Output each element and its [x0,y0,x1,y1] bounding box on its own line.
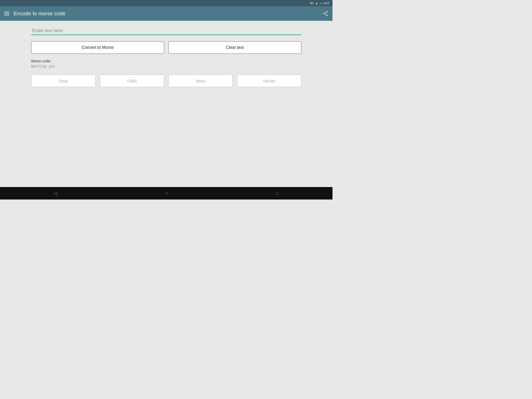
battery-icon: ▭ [320,2,322,5]
app-bar: Encode to morse code [0,6,332,21]
home-button[interactable]: ○ [159,188,175,198]
status-bar: 3G ▲ ▭ 8:12 [0,0,332,6]
status-bar-right: 3G ▲ ▭ 8:12 [310,2,329,5]
vibrate-button[interactable]: Vibrate [237,75,301,87]
network-indicator: 3G [310,2,314,5]
clear-button[interactable]: Clear text [168,41,301,54]
share-button[interactable] [323,11,328,16]
back-icon: ◁ [54,190,57,196]
morse-value: Nothing yet [31,64,301,68]
svg-point-1 [323,13,325,14]
signal-icon: ▲ [315,2,318,5]
home-icon: ○ [165,190,168,196]
share-icon [323,11,328,16]
buttons-row-2: Copy Flash Beep Vibrate [31,75,301,87]
morse-output: Morse code: Nothing yet [31,59,301,68]
svg-line-3 [325,12,327,13]
main-content: Convert to Morse Clear text Morse code: … [0,21,332,187]
recents-icon: □ [276,191,279,196]
clock: 8:12 [324,2,329,5]
svg-point-2 [326,15,328,16]
beep-button[interactable]: Beep [168,75,233,87]
copy-button[interactable]: Copy [31,75,96,87]
flash-button[interactable]: Flash [100,75,164,87]
morse-label: Morse code: [31,59,301,63]
text-input[interactable] [31,26,301,35]
svg-point-0 [326,11,328,12]
svg-line-4 [325,14,327,15]
back-button[interactable]: ◁ [48,188,64,198]
convert-button[interactable]: Convert to Morse [31,41,164,54]
nav-bar: ◁ ○ □ [0,187,332,200]
text-input-container [31,26,301,35]
app-title: Encode to morse code [14,11,318,17]
menu-button[interactable] [4,12,9,15]
recents-button[interactable]: □ [270,189,285,198]
buttons-row-1: Convert to Morse Clear text [31,41,301,54]
